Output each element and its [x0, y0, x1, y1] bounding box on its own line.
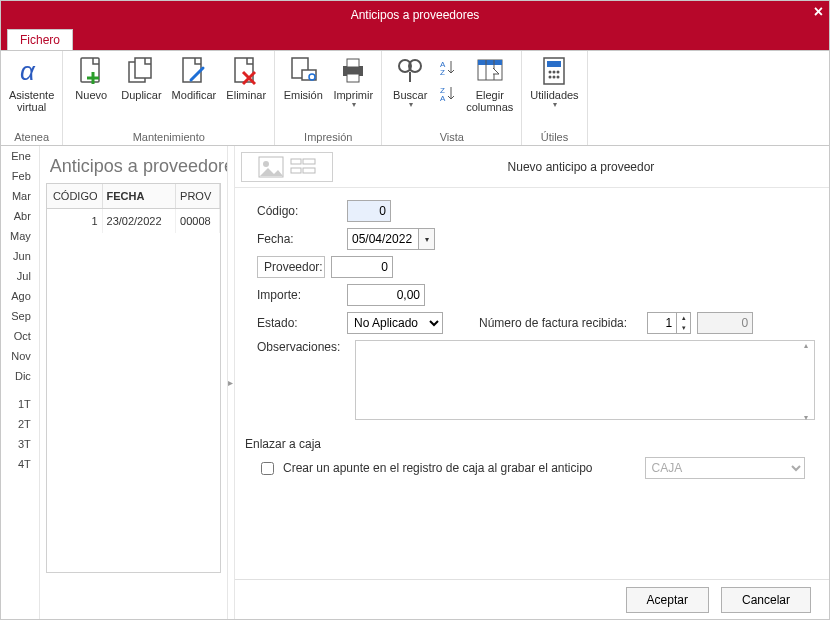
emission-icon	[287, 55, 319, 87]
observaciones-field[interactable]	[355, 340, 815, 420]
sort-asc-icon: AZ	[438, 57, 458, 77]
svg-text:Z: Z	[440, 68, 445, 77]
numfact-serie-stepper[interactable]: ▴▾	[647, 312, 691, 334]
search-icon	[394, 55, 426, 87]
new-doc-icon	[75, 55, 107, 87]
svg-rect-15	[347, 59, 359, 67]
svg-rect-16	[347, 74, 359, 82]
svg-rect-40	[291, 159, 301, 164]
utilidades-button[interactable]: Utilidades▾	[526, 53, 582, 112]
list-title: Anticipos a proveedores	[50, 156, 227, 177]
section-enlace-caja: Enlazar a caja	[245, 437, 815, 451]
group-impresion-label: Impresión	[304, 129, 352, 145]
svg-rect-41	[303, 159, 315, 164]
period-mar[interactable]: Mar	[1, 186, 39, 206]
period-1t[interactable]: 1T	[1, 394, 39, 414]
period-may[interactable]: May	[1, 226, 39, 246]
period-jun[interactable]: Jun	[1, 246, 39, 266]
period-dic[interactable]: Dic	[1, 366, 39, 386]
period-feb[interactable]: Feb	[1, 166, 39, 186]
period-jul[interactable]: Jul	[1, 266, 39, 286]
elegir-columnas-button[interactable]: Elegir columnas	[462, 53, 517, 115]
chevron-down-icon: ▾	[352, 101, 356, 110]
svg-point-36	[553, 76, 556, 79]
edit-icon	[178, 55, 210, 87]
fecha-field[interactable]	[347, 228, 419, 250]
dialog-footer: Aceptar Cancelar	[235, 579, 829, 619]
period-2t[interactable]: 2T	[1, 414, 39, 434]
sort-desc-button[interactable]: ZA	[436, 81, 460, 105]
image-icon	[258, 156, 284, 178]
svg-point-39	[263, 161, 269, 167]
svg-rect-5	[135, 58, 151, 78]
chevron-down-icon: ▾	[553, 101, 557, 110]
period-spacer	[1, 386, 39, 394]
buscar-button[interactable]: Buscar▾	[386, 53, 434, 112]
svg-point-33	[553, 71, 556, 74]
col-prov[interactable]: PROV	[176, 184, 220, 208]
emision-button[interactable]: Emisión	[279, 53, 327, 103]
form-layout-icon	[290, 156, 316, 178]
tab-fichero[interactable]: Fichero	[7, 29, 73, 50]
grid-header: CÓDIGO FECHA PROV	[47, 184, 220, 209]
col-codigo[interactable]: CÓDIGO	[47, 184, 103, 208]
alpha-icon: α	[16, 55, 48, 87]
form-title: Nuevo anticipo a proveedor	[333, 160, 829, 174]
svg-text:α: α	[20, 56, 36, 86]
caja-select: CAJA	[645, 457, 805, 479]
svg-rect-31	[547, 61, 561, 67]
modificar-button[interactable]: Modificar	[168, 53, 221, 103]
period-abr[interactable]: Abr	[1, 206, 39, 226]
period-3t[interactable]: 3T	[1, 434, 39, 454]
svg-point-35	[549, 76, 552, 79]
imprimir-button[interactable]: Imprimir▾	[329, 53, 377, 112]
crear-apunte-label: Crear un apunte en el registro de caja a…	[283, 461, 593, 475]
period-ago[interactable]: Ago	[1, 286, 39, 306]
duplicate-icon	[125, 55, 157, 87]
svg-rect-42	[291, 168, 301, 173]
codigo-field[interactable]	[347, 200, 391, 222]
crear-apunte-checkbox[interactable]	[261, 462, 274, 475]
anticipos-grid[interactable]: CÓDIGO FECHA PROV 1 23/02/2022 00008	[46, 183, 221, 573]
chevron-down-icon[interactable]: ▾	[677, 323, 690, 333]
period-sep[interactable]: Sep	[1, 306, 39, 326]
form-pane: Nuevo anticipo a proveedor Código: Fecha…	[234, 146, 829, 619]
close-icon[interactable]: ×	[814, 3, 823, 21]
svg-rect-27	[478, 60, 502, 65]
label-numfact: Número de factura recibida:	[479, 316, 627, 330]
estado-select[interactable]: No Aplicado	[347, 312, 443, 334]
period-nov[interactable]: Nov	[1, 346, 39, 366]
col-fecha[interactable]: FECHA	[103, 184, 177, 208]
cancelar-button[interactable]: Cancelar	[721, 587, 811, 613]
calculator-icon	[538, 55, 570, 87]
sort-desc-icon: ZA	[438, 83, 458, 103]
aceptar-button[interactable]: Aceptar	[626, 587, 709, 613]
period-oct[interactable]: Oct	[1, 326, 39, 346]
group-mantenimiento-label: Mantenimiento	[133, 129, 205, 145]
duplicar-button[interactable]: Duplicar	[117, 53, 165, 103]
svg-point-37	[557, 76, 560, 79]
proveedor-field[interactable]	[331, 256, 393, 278]
fecha-dropdown-button[interactable]: ▾	[419, 228, 435, 250]
chevron-down-icon: ▾	[409, 101, 413, 110]
label-codigo: Código:	[257, 204, 341, 218]
svg-point-32	[549, 71, 552, 74]
period-4t[interactable]: 4T	[1, 454, 39, 474]
period-ene[interactable]: Ene	[1, 146, 39, 166]
table-row[interactable]: 1 23/02/2022 00008	[47, 209, 220, 233]
image-toolbar[interactable]	[241, 152, 333, 182]
numfact-num-field	[697, 312, 753, 334]
period-sidebar: EneFebMarAbrMayJunJulAgoSepOctNovDic1T2T…	[1, 146, 40, 619]
svg-point-34	[557, 71, 560, 74]
eliminar-button[interactable]: Eliminar	[222, 53, 270, 103]
label-proveedor[interactable]: Proveedor:	[257, 256, 325, 278]
print-icon	[337, 55, 369, 87]
window-title: Anticipos a proveedores	[351, 8, 480, 22]
chevron-up-icon[interactable]: ▴	[677, 313, 690, 323]
sort-asc-button[interactable]: AZ	[436, 55, 460, 79]
asistente-virtual-button[interactable]: α Asistente virtual	[5, 53, 58, 115]
importe-field[interactable]	[347, 284, 425, 306]
svg-rect-43	[303, 168, 315, 173]
svg-text:A: A	[440, 94, 446, 103]
nuevo-button[interactable]: Nuevo	[67, 53, 115, 103]
